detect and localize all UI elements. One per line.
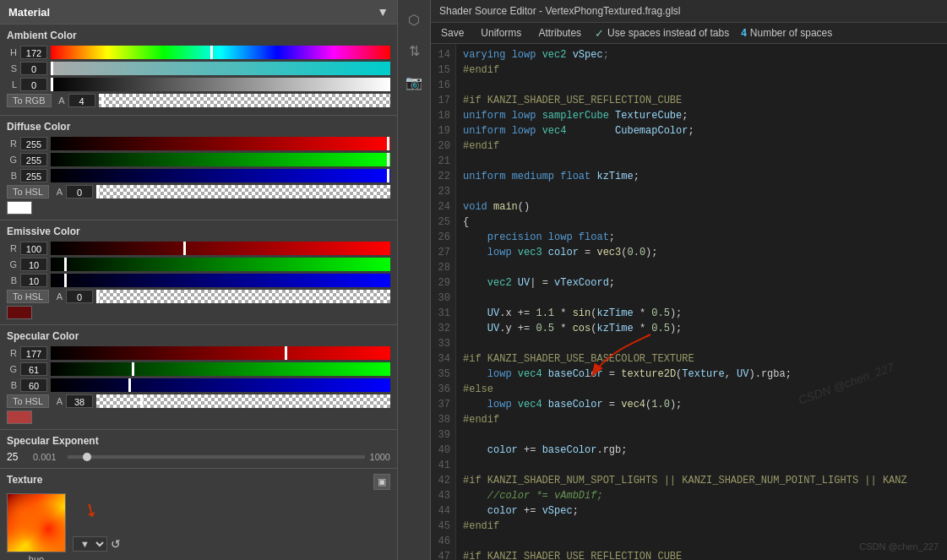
exponent-value[interactable]: 25 [7, 451, 28, 463]
texture-thumbnail [7, 493, 66, 552]
ambient-a-slider[interactable] [99, 94, 390, 107]
code-line-16 [463, 78, 940, 93]
ambient-s-value[interactable]: 0 [20, 62, 47, 75]
ambient-l-row: L 0 [7, 78, 390, 91]
middle-panel: ⬡ ⇅ 📷 [397, 0, 431, 560]
code-line-35: lowp vec4 baseColor = texture2D(Texture,… [463, 367, 940, 382]
ambient-h-slider[interactable] [51, 46, 390, 59]
exponent-slider[interactable] [68, 455, 365, 459]
diffuse-convert-btn[interactable]: To HSL [7, 185, 49, 198]
specular-a-slider[interactable] [96, 394, 390, 408]
specular-convert-btn[interactable]: To HSL [7, 394, 49, 408]
shader-header: Shader Source Editor - VertexPhongTextur… [431, 0, 947, 23]
specular-r-value[interactable]: 177 [20, 346, 47, 360]
emissive-a-slider[interactable] [96, 290, 390, 303]
code-line-26: precision lowp float; [463, 230, 940, 245]
specular-b-row: B 60 [7, 378, 390, 392]
ambient-s-slider[interactable] [51, 62, 390, 75]
diffuse-color-section: Diffuse Color R 255 G 255 B 255 [0, 116, 397, 220]
ambient-h-label: H [7, 47, 17, 57]
emissive-r-label: R [7, 243, 17, 253]
attributes-button[interactable]: Attributes [535, 25, 585, 41]
emissive-a-label: A [52, 291, 63, 302]
use-spaces-label: Use spaces instead of tabs [607, 27, 729, 39]
texture-dropdown[interactable]: ▼ [73, 536, 107, 552]
texture-section: Texture ▣ huo ➘ ▼ ↺ [0, 469, 397, 560]
ambient-convert-btn[interactable]: To RGB [7, 94, 52, 107]
specular-a-value[interactable]: 38 [66, 394, 93, 408]
diffuse-r-value[interactable]: 255 [20, 137, 47, 150]
use-spaces-checkmark: ✓ [595, 27, 604, 40]
emissive-a-row: To HSL A 0 [7, 290, 390, 303]
ambient-h-value[interactable]: 172 [20, 46, 47, 59]
code-line-46 [463, 534, 940, 549]
specular-a-label: A [52, 396, 63, 406]
camera-icon[interactable]: 📷 [402, 71, 426, 94]
specular-a-row: To HSL A 38 [7, 394, 390, 408]
code-line-27: lowp vec3 color = vec3(0.0); [463, 245, 940, 260]
emissive-r-row: R 100 [7, 242, 390, 255]
code-line-14: varying lowp vec2 vSpec; [463, 47, 940, 63]
line-numbers: 14 15 16 17 18 19 20 21 22 23 24 25 26 2… [431, 44, 456, 560]
diffuse-b-slider[interactable] [51, 169, 390, 182]
ambient-l-value[interactable]: 0 [20, 78, 47, 91]
code-line-15: #endif [463, 63, 940, 78]
texture-expand-btn[interactable]: ▣ [373, 474, 390, 490]
ambient-l-slider[interactable] [51, 78, 390, 91]
emissive-r-value[interactable]: 100 [20, 242, 47, 255]
code-line-32: UV.y += 0.5 * cos(kzTime * 0.5); [463, 321, 940, 336]
texture-title: Texture [7, 474, 42, 486]
share-icon[interactable]: ⇅ [405, 40, 423, 63]
specular-b-value[interactable]: 60 [20, 378, 47, 392]
emissive-convert-btn[interactable]: To HSL [7, 290, 49, 303]
code-line-25: { [463, 215, 940, 230]
emissive-b-label: B [7, 275, 17, 285]
diffuse-b-row: B 255 [7, 169, 390, 182]
emissive-a-value[interactable]: 0 [66, 290, 93, 303]
emissive-b-slider[interactable] [51, 274, 390, 287]
texture-name: huo [7, 554, 66, 560]
emissive-b-value[interactable]: 10 [20, 274, 47, 287]
panel-collapse-icon[interactable]: ▼ [377, 5, 389, 19]
specular-g-slider[interactable] [51, 362, 390, 376]
texture-reset-btn[interactable]: ↺ [111, 537, 121, 551]
specular-b-slider[interactable] [51, 378, 390, 392]
use-spaces-row: ✓ Use spaces instead of tabs [595, 27, 729, 40]
diffuse-r-slider[interactable] [51, 137, 390, 150]
layers-icon[interactable]: ⬡ [405, 8, 423, 31]
exponent-small-value: 0.001 [33, 452, 63, 462]
code-line-33 [463, 336, 940, 351]
ambient-a-row: To RGB A 4 [7, 94, 390, 107]
specular-g-row: G 61 [7, 362, 390, 376]
ambient-l-label: L [7, 79, 17, 90]
panel-header: Material ▼ [0, 0, 397, 24]
emissive-r-slider[interactable] [51, 242, 390, 255]
specular-exponent-title: Specular Exponent [7, 435, 390, 447]
diffuse-a-value[interactable]: 0 [66, 185, 93, 198]
specular-color-swatch [7, 410, 32, 424]
diffuse-g-slider[interactable] [51, 153, 390, 166]
uniforms-button[interactable]: Uniforms [477, 25, 525, 41]
emissive-g-slider[interactable] [51, 258, 390, 271]
code-line-39 [463, 427, 940, 443]
ambient-a-value[interactable]: 4 [68, 94, 95, 107]
code-line-42: #if KANZI_SHADER_NUM_SPOT_LIGHTS || KANZ… [463, 473, 940, 488]
diffuse-g-value[interactable]: 255 [20, 153, 47, 166]
shader-code-area[interactable]: 14 15 16 17 18 19 20 21 22 23 24 25 26 2… [431, 44, 947, 560]
code-lines[interactable]: varying lowp vec2 vSpec; #endif #if KANZ… [456, 44, 947, 560]
specular-g-value[interactable]: 61 [20, 362, 47, 376]
code-line-30 [463, 291, 940, 306]
code-container: 14 15 16 17 18 19 20 21 22 23 24 25 26 2… [431, 44, 947, 560]
diffuse-a-slider[interactable] [96, 185, 390, 198]
diffuse-a-row: To HSL A 0 [7, 185, 390, 198]
ambient-s-row: S 0 [7, 62, 390, 75]
specular-g-label: G [7, 364, 17, 374]
diffuse-b-value[interactable]: 255 [20, 169, 47, 182]
diffuse-r-label: R [7, 139, 17, 149]
specular-r-slider[interactable] [51, 346, 390, 360]
ambient-h-row: H 172 [7, 46, 390, 59]
num-spaces-value[interactable]: 4 [741, 27, 747, 39]
save-button[interactable]: Save [438, 25, 467, 41]
code-line-41 [463, 458, 940, 473]
emissive-g-value[interactable]: 10 [20, 258, 47, 271]
